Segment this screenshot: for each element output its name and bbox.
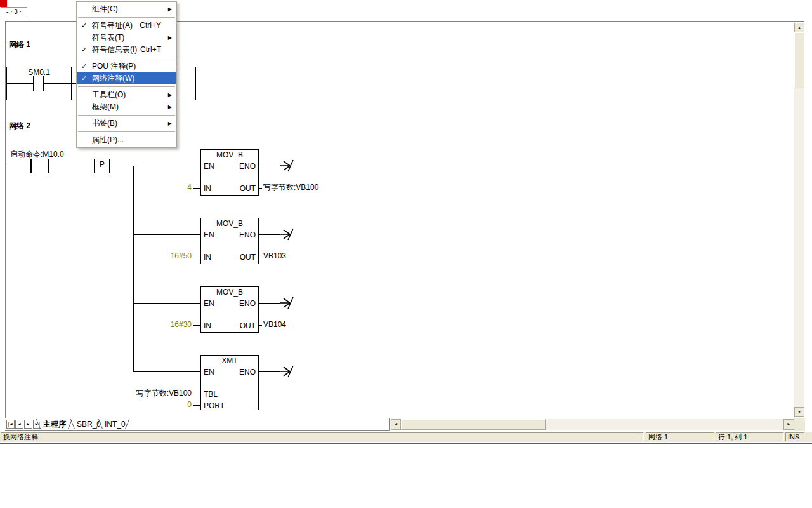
pin-en: EN [204, 300, 214, 308]
box-title: XMT [201, 356, 258, 365]
box-title: MOV_B [201, 219, 258, 228]
port-operand[interactable]: 0 [146, 401, 192, 409]
submenu-arrow-icon: ▶ [168, 3, 172, 15]
tab-nav-prev-button[interactable]: ◄ [15, 420, 23, 429]
app-red-icon [0, 0, 7, 7]
mov-b-box-1[interactable]: MOV_B EN ENO IN OUT [200, 149, 259, 196]
menu-item-pou-comments[interactable]: ✓ POU 注释(P) [77, 60, 176, 72]
in-operand[interactable]: 16#50 [146, 252, 192, 260]
menu-item-toolbars[interactable]: 工具栏(O) ▶ [77, 89, 176, 101]
tab-main-program[interactable]: 主程序 [43, 420, 66, 429]
menu-separator [78, 86, 175, 87]
menu-item-network-comments[interactable]: ✓ 网络注释(W) [77, 72, 176, 84]
edge-contact-p-label[interactable]: P [95, 161, 109, 169]
mov-b-box-2[interactable]: MOV_B EN ENO IN OUT [200, 218, 259, 264]
menu-separator [78, 115, 175, 116]
pin-wire [193, 257, 200, 257]
out-operand[interactable]: VB104 [263, 321, 286, 329]
pin-tbl: TBL [204, 391, 218, 399]
wire [259, 166, 280, 166]
out-operand[interactable]: VB103 [263, 252, 286, 260]
status-bar: 换网络注释 网络 1 行 1, 列 1 INS [0, 432, 812, 442]
in-operand[interactable]: 16#30 [146, 321, 192, 329]
pou-tab-strip: |◄ ◄ ► ►| 主程序 SBR_0 INT_0 [5, 418, 390, 431]
pin-port: PORT [204, 402, 225, 410]
zoom-level-box[interactable]: - · 3 · [1, 7, 27, 17]
menu-shortcut: Ctrl+T [140, 44, 161, 56]
menu-item-symbol-info-table[interactable]: ✓ 符号信息表(I) Ctrl+T [77, 44, 176, 56]
contact-sm01-label[interactable]: SM0.1 [6, 69, 72, 77]
vscrollbar-thumb[interactable] [794, 32, 804, 88]
status-network: 网络 1 [646, 432, 714, 441]
pin-in: IN [204, 253, 211, 262]
wire [6, 83, 33, 84]
open-branch-arrow-icon [280, 227, 295, 242]
pin-en: EN [204, 368, 214, 377]
network1-title: 网络 1 [9, 41, 30, 49]
pin-en: EN [204, 231, 214, 239]
contact-m100-label[interactable]: 启动命令:M10.0 [10, 150, 64, 159]
open-branch-arrow-icon [280, 158, 295, 173]
pin-en: EN [204, 163, 214, 171]
pin-wire [193, 325, 200, 326]
pin-eno: ENO [239, 163, 256, 171]
hscroll-right-button[interactable]: ► [783, 419, 794, 430]
hscrollbar-thumb[interactable] [401, 419, 546, 430]
menu-item-components[interactable]: 组件(C) ▶ [77, 3, 176, 15]
tbl-operand[interactable]: 写字节数:VB100 [114, 389, 192, 398]
menu-item-label: 符号表(T) [92, 33, 124, 42]
window-border-line [0, 443, 812, 444]
vscroll-down-button[interactable]: ▼ [794, 407, 804, 417]
editor-left-border [5, 22, 6, 431]
out-operand[interactable]: 写字节数:VB100 [263, 184, 318, 192]
box-title: MOV_B [201, 288, 258, 297]
menu-item-label: 组件(C) [92, 4, 118, 13]
pin-in: IN [204, 185, 211, 193]
check-icon: ✓ [81, 20, 87, 32]
pin-wire [259, 325, 262, 326]
pin-eno: ENO [239, 300, 256, 308]
status-insert-mode: INS [785, 432, 804, 441]
pin-out: OUT [240, 185, 256, 193]
menu-shortcut: Ctrl+Y [140, 20, 161, 32]
tab-int0[interactable]: INT_0 [105, 420, 126, 429]
branch-wire [133, 166, 134, 372]
wire [5, 166, 30, 166]
tab-nav-next-button[interactable]: ► [24, 420, 32, 429]
check-icon: ✓ [81, 60, 87, 72]
check-icon: ✓ [81, 72, 87, 84]
pin-wire [259, 188, 262, 189]
check-icon: ✓ [81, 44, 87, 56]
pin-eno: ENO [239, 231, 256, 239]
submenu-arrow-icon: ▶ [168, 89, 172, 101]
pin-wire [193, 394, 200, 394]
menu-item-properties[interactable]: 属性(P)... [77, 134, 176, 146]
menu-item-symbol-table[interactable]: 符号表(T) ▶ [77, 32, 176, 44]
menu-item-label: 书签(B) [92, 119, 117, 128]
menu-separator [78, 58, 175, 58]
pin-out: OUT [240, 253, 256, 262]
tab-edge [70, 419, 75, 429]
wire [133, 303, 200, 304]
wire [259, 234, 280, 235]
menu-item-frames[interactable]: 框架(M) ▶ [77, 101, 176, 113]
scrollbar-corner [794, 418, 805, 431]
menu-item-bookmarks[interactable]: 书签(B) ▶ [77, 117, 176, 130]
menu-item-label: POU 注释(P) [92, 62, 136, 70]
pin-in: IN [204, 322, 211, 330]
contact-bar [33, 76, 34, 91]
vscroll-up-button[interactable]: ▲ [794, 23, 804, 32]
mov-b-box-3[interactable]: MOV_B EN ENO IN OUT [200, 286, 259, 333]
menu-item-symbolic-addressing[interactable]: ✓ 符号寻址(A) Ctrl+Y [77, 20, 176, 32]
in-operand[interactable]: 4 [146, 184, 192, 192]
open-branch-arrow-icon [280, 364, 295, 379]
hscroll-left-button[interactable]: ◄ [391, 419, 401, 430]
xmt-box[interactable]: XMT EN ENO TBL PORT [200, 355, 259, 410]
status-position: 行 1, 列 1 [716, 432, 784, 441]
pin-wire [193, 188, 200, 189]
contact-bar [30, 159, 32, 173]
wire [259, 371, 280, 372]
tab-nav-first-button[interactable]: |◄ [6, 420, 15, 429]
status-message: 换网络注释 [1, 432, 644, 441]
submenu-arrow-icon: ▶ [168, 32, 172, 44]
